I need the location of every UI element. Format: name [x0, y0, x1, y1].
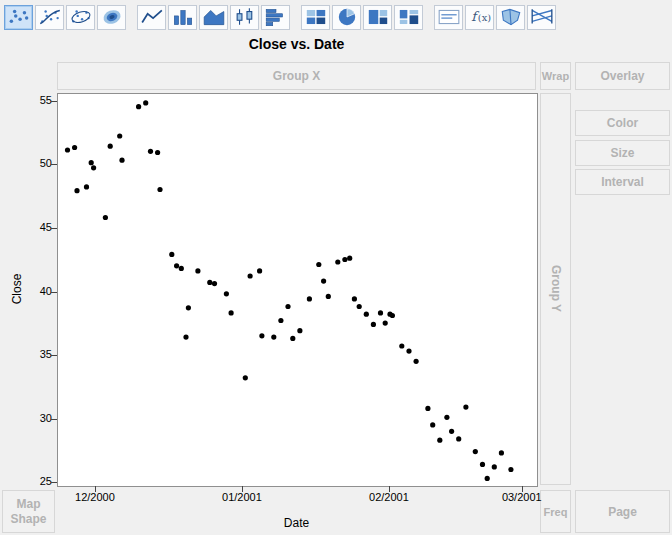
data-point[interactable] [108, 144, 113, 149]
data-point[interactable] [212, 281, 217, 286]
data-point[interactable] [136, 104, 141, 109]
data-point[interactable] [406, 349, 411, 354]
data-point[interactable] [290, 336, 295, 341]
pie-icon[interactable] [332, 5, 361, 30]
data-point[interactable] [456, 436, 461, 441]
data-point[interactable] [229, 310, 234, 315]
data-point[interactable] [74, 188, 79, 193]
data-point[interactable] [89, 160, 94, 165]
data-point[interactable] [148, 149, 153, 154]
drop-zone-group-y[interactable]: Group Y [540, 93, 571, 485]
data-point[interactable] [65, 147, 70, 152]
ellipse-icon[interactable] [66, 5, 95, 30]
contour-icon[interactable] [97, 5, 126, 30]
drop-zone-wrap[interactable]: Wrap [540, 62, 571, 90]
area-icon[interactable] [199, 5, 228, 30]
data-point[interactable] [508, 467, 513, 472]
data-point[interactable] [257, 268, 262, 273]
data-point[interactable] [248, 273, 253, 278]
data-point[interactable] [155, 150, 160, 155]
data-point[interactable] [259, 333, 264, 338]
smoother-icon[interactable] [35, 5, 64, 30]
data-point[interactable] [278, 318, 283, 323]
y-tick-mark [51, 355, 57, 356]
y-tick-label: 55 [18, 94, 52, 106]
data-point[interactable] [414, 359, 419, 364]
data-point[interactable] [378, 310, 383, 315]
drop-zone-map-shape[interactable]: Map Shape [2, 490, 55, 533]
data-point[interactable] [119, 158, 124, 163]
data-point[interactable] [321, 279, 326, 284]
data-point[interactable] [390, 313, 395, 318]
line-icon[interactable] [137, 5, 166, 30]
drop-zone-size[interactable]: Size [575, 140, 670, 166]
data-point[interactable] [326, 294, 331, 299]
data-point[interactable] [485, 476, 490, 481]
data-point[interactable] [186, 305, 191, 310]
drop-zone-color[interactable]: Color [575, 110, 670, 136]
data-point[interactable] [352, 296, 357, 301]
data-point[interactable] [444, 415, 449, 420]
drop-zone-page[interactable]: Page [575, 490, 670, 533]
caption-box-icon[interactable] [434, 5, 463, 30]
x-tick-label: 12/2000 [60, 491, 130, 503]
data-point[interactable] [179, 266, 184, 271]
histogram-icon[interactable] [261, 5, 290, 30]
x-tick-label: 02/2001 [354, 491, 424, 503]
data-point[interactable] [473, 449, 478, 454]
plot-area[interactable] [57, 93, 538, 487]
data-point[interactable] [174, 263, 179, 268]
data-point[interactable] [297, 328, 302, 333]
map-shapes-icon[interactable] [496, 5, 525, 30]
y-tick-mark [51, 101, 57, 102]
data-point[interactable] [425, 406, 430, 411]
data-point[interactable] [342, 257, 347, 262]
data-point[interactable] [243, 375, 248, 380]
bar-icon[interactable] [168, 5, 197, 30]
heatmap-icon[interactable] [301, 5, 330, 30]
data-point[interactable] [285, 304, 290, 309]
data-point[interactable] [347, 256, 352, 261]
drop-zone-map-shape-label: Map Shape [8, 497, 50, 527]
drop-zone-interval[interactable]: Interval [575, 169, 670, 195]
data-point[interactable] [364, 312, 369, 317]
parallel-icon[interactable] [527, 5, 556, 30]
data-point[interactable] [72, 145, 77, 150]
data-point[interactable] [383, 321, 388, 326]
data-point[interactable] [307, 296, 312, 301]
data-point[interactable] [103, 215, 108, 220]
data-point[interactable] [430, 422, 435, 427]
box-plot-icon[interactable] [230, 5, 259, 30]
mosaic-icon[interactable] [394, 5, 423, 30]
data-point[interactable] [463, 405, 468, 410]
y-tick-mark [51, 482, 57, 483]
data-point[interactable] [371, 322, 376, 327]
data-point[interactable] [492, 464, 497, 469]
data-point[interactable] [449, 429, 454, 434]
data-point[interactable] [399, 343, 404, 348]
data-point[interactable] [183, 335, 188, 340]
data-point[interactable] [157, 187, 162, 192]
drop-zone-overlay[interactable]: Overlay [575, 62, 670, 90]
drop-zone-group-x-label: Group X [273, 69, 320, 83]
points-icon[interactable] [4, 5, 33, 30]
data-point[interactable] [316, 262, 321, 267]
data-point[interactable] [195, 268, 200, 273]
formula-icon[interactable]: f(x) [465, 5, 494, 30]
svg-text:(x): (x) [477, 12, 490, 23]
data-point[interactable] [335, 259, 340, 264]
drop-zone-group-x[interactable]: Group X [57, 62, 536, 90]
data-point[interactable] [169, 252, 174, 257]
data-point[interactable] [207, 280, 212, 285]
treemap-icon[interactable] [363, 5, 392, 30]
data-point[interactable] [437, 438, 442, 443]
data-point[interactable] [224, 291, 229, 296]
data-point[interactable] [480, 462, 485, 467]
data-point[interactable] [117, 133, 122, 138]
data-point[interactable] [84, 184, 89, 189]
data-point[interactable] [91, 165, 96, 170]
data-point[interactable] [271, 335, 276, 340]
data-point[interactable] [143, 100, 148, 105]
data-point[interactable] [357, 304, 362, 309]
data-point[interactable] [499, 450, 504, 455]
